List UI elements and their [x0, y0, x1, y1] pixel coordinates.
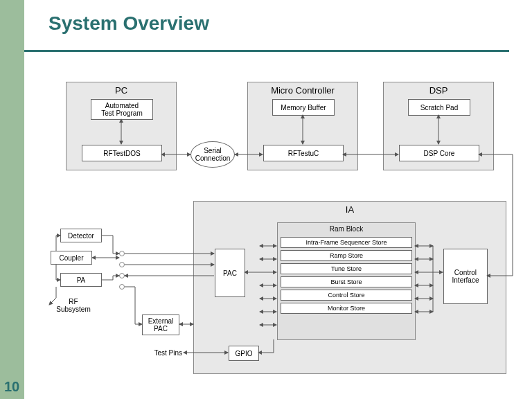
sidebar: [0, 0, 24, 399]
svg-line-21: [49, 298, 56, 305]
title-rule: [24, 50, 509, 52]
diagram-canvas: PC Automated Test Program RFTestDOS Seri…: [24, 55, 532, 399]
arrows: [24, 55, 532, 399]
page-title: System Overview: [48, 12, 209, 35]
page-number: 10: [4, 379, 19, 395]
slide: System Overview 10 PC Automated Test Pro…: [0, 0, 532, 399]
